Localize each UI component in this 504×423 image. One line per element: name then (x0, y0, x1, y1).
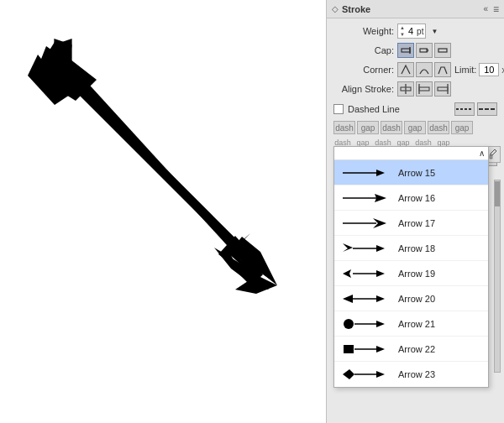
svg-marker-43 (343, 295, 353, 303)
dropdown-scroll-up-button[interactable]: ∧ (479, 149, 485, 158)
dash-pattern-1[interactable] (454, 102, 475, 116)
cap-square-button[interactable] (434, 43, 451, 58)
panel-collapse-button[interactable]: « (483, 4, 488, 13)
dropdown-item-arrow15[interactable]: Arrow 15 (334, 160, 488, 185)
svg-marker-52 (343, 369, 354, 379)
cap-butt-button[interactable] (397, 43, 414, 58)
arrow21-icon (341, 316, 391, 332)
dropdown-item-arrow19[interactable]: Arrow 19 (334, 261, 488, 286)
dash-1-input[interactable] (333, 121, 355, 134)
svg-marker-40 (343, 269, 351, 278)
dropdown-item-arrow16[interactable]: Arrow 16 (334, 185, 488, 211)
dropdown-item-arrow18[interactable]: Arrow 18 (334, 236, 488, 261)
svg-marker-33 (375, 194, 386, 202)
panel-close-icon[interactable]: ◇ (332, 4, 339, 13)
panel-title: Stroke (342, 4, 370, 14)
svg-marker-48 (376, 346, 385, 352)
panel-header: ◇ Stroke « ≡ (327, 0, 504, 18)
weight-label: Weight: (333, 26, 394, 36)
svg-marker-42 (376, 295, 385, 302)
corner-buttons (397, 62, 451, 77)
dropdown-item-arrow17[interactable]: Arrow 17 (334, 211, 488, 236)
gap-2-input[interactable] (404, 121, 426, 134)
dash-2-input[interactable] (381, 121, 402, 134)
limit-input[interactable] (479, 63, 499, 76)
weight-value: 4 (407, 26, 415, 36)
cap-row: Cap: (333, 43, 497, 58)
align-center-button[interactable] (397, 81, 414, 97)
arrow17-icon (341, 215, 391, 232)
svg-marker-37 (376, 245, 385, 252)
corner-label: Corner: (333, 65, 394, 75)
svg-rect-19 (438, 87, 448, 91)
weight-spinner[interactable]: ▲ ▼ (400, 24, 405, 39)
weight-unit-dropdown[interactable]: ▼ (431, 28, 438, 35)
corner-round-button[interactable] (416, 62, 433, 77)
svg-marker-45 (376, 321, 385, 327)
align-outside-button[interactable] (434, 81, 451, 97)
align-stroke-row: Align Stroke: (333, 81, 497, 97)
dropdown-item-arrow21[interactable]: Arrow 21 (334, 311, 488, 337)
svg-marker-31 (376, 170, 385, 176)
dropdown-item-arrow20[interactable]: Arrow 20 (334, 286, 488, 311)
corner-bevel-button[interactable] (434, 62, 451, 77)
dash-3-input[interactable] (428, 121, 449, 134)
svg-marker-10 (218, 236, 273, 281)
dropdown-item-arrow22[interactable]: Arrow 22 (334, 337, 488, 362)
arrow21-label: Arrow 21 (398, 319, 435, 329)
cap-buttons (397, 43, 451, 58)
svg-rect-53 (490, 155, 492, 159)
arrow17-label: Arrow 17 (398, 218, 435, 228)
svg-rect-14 (438, 49, 447, 52)
arrow23-icon (341, 366, 391, 383)
dropdown-scrollbar-track[interactable] (494, 180, 501, 373)
arrowhead-dropdown-list: ∧ Arrow 15 Arrow 16 (333, 146, 489, 388)
weight-spin-down[interactable]: ▼ (400, 31, 405, 38)
limit-label: Limit: (454, 65, 476, 75)
arrow18-icon (341, 240, 391, 257)
arrow20-icon (341, 290, 391, 307)
canvas-area (0, 0, 328, 423)
svg-rect-49 (344, 345, 354, 353)
arrow16-icon (341, 190, 391, 206)
limit-input-group: Limit: x (454, 63, 504, 76)
dash-pattern-2[interactable] (477, 102, 497, 116)
arrow16-label: Arrow 16 (398, 193, 435, 203)
corner-row: Corner: Limit: x (333, 62, 497, 77)
dash-gap-row (333, 121, 497, 134)
panel-menu-icon[interactable]: ≡ (493, 3, 499, 15)
dashed-line-row: Dashed Line (333, 101, 497, 118)
weight-input-wrap[interactable]: ▲ ▼ 4 pt (397, 24, 426, 39)
gap-3-input[interactable] (451, 121, 473, 134)
dashed-line-checkbox[interactable] (333, 104, 344, 114)
arrow22-icon (341, 341, 391, 358)
arrow19-icon (341, 265, 391, 282)
dropdown-scrollbar-thumb[interactable] (495, 181, 500, 206)
arrow18-label: Arrow 18 (398, 243, 435, 253)
svg-rect-13 (420, 49, 427, 52)
weight-row: Weight: ▲ ▼ 4 pt ▼ (333, 24, 497, 39)
dashed-line-label: Dashed Line (348, 104, 400, 114)
dropdown-item-arrow23[interactable]: Arrow 23 (334, 362, 488, 387)
panel-title-row: ◇ Stroke (332, 4, 370, 14)
svg-point-46 (344, 319, 354, 329)
align-stroke-buttons (397, 81, 451, 97)
arrow22-label: Arrow 22 (398, 344, 435, 354)
cap-label: Cap: (333, 45, 394, 55)
align-stroke-label: Align Stroke: (333, 84, 394, 94)
arrow23-label: Arrow 23 (398, 369, 435, 379)
dropdown-list-header: ∧ (334, 147, 488, 160)
final-arrow (13, 21, 315, 315)
svg-rect-17 (419, 87, 429, 91)
svg-marker-51 (376, 371, 385, 378)
gap-1-input[interactable] (357, 121, 379, 134)
stroke-panel: ◇ Stroke « ≡ Weight: ▲ ▼ 4 pt ▼ Cap: (326, 0, 504, 423)
align-inside-button[interactable] (416, 81, 433, 97)
corner-miter-button[interactable] (397, 62, 414, 77)
cap-round-button[interactable] (416, 43, 433, 58)
arrow20-label: Arrow 20 (398, 294, 435, 304)
arrow15-icon (341, 164, 391, 181)
weight-unit: pt (417, 27, 423, 36)
arrow19-label: Arrow 19 (398, 269, 435, 279)
weight-spin-up[interactable]: ▲ (400, 24, 405, 31)
